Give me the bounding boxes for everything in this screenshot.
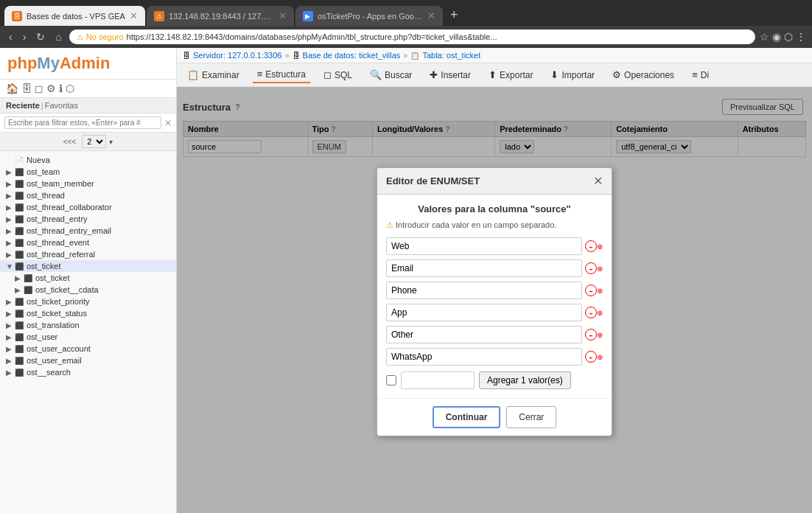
remove-phone-minus[interactable]: - — [585, 285, 597, 296]
insertar-icon: ✚ — [430, 69, 438, 80]
tree-ost-user-email[interactable]: ▶ ⬛ ost_user_email — [0, 355, 176, 366]
remove-web-circle[interactable]: ⊕ — [597, 242, 603, 251]
content-area: 🗄 Servidor: 127.0.0.1:3306 » 🗄 Base de d… — [177, 48, 812, 513]
remove-other-circle[interactable]: ⊕ — [597, 331, 603, 339]
bookmark-button[interactable]: ☆ — [760, 31, 769, 43]
tree-ost-thread-entry[interactable]: ▶ ⬛ ost_thread_entry — [0, 213, 176, 225]
add-checkbox[interactable] — [386, 375, 396, 385]
tree-ost-ticket-status[interactable]: ▶ ⬛ ost_ticket_status — [0, 307, 176, 319]
info-icon[interactable]: ℹ — [59, 83, 63, 94]
tab3-close[interactable]: ✕ — [427, 10, 435, 21]
importar-icon: ⬇ — [550, 69, 559, 80]
enum-row-phone: - ⊕ — [386, 282, 603, 299]
remove-other-minus[interactable]: - — [585, 329, 597, 341]
enum-input-phone[interactable] — [386, 282, 582, 299]
url-box: ⚠ No seguro https://132.148.82.19:8443/d… — [69, 29, 755, 44]
toolbar-operaciones[interactable]: ⚙ Operaciones — [608, 67, 679, 83]
tree-ost-ticket-sub1[interactable]: ▶ ⬛ ost_ticket — [0, 272, 176, 284]
toolbar-sql[interactable]: ◻ SQL — [319, 67, 357, 83]
menu-button[interactable]: ⋮ — [796, 31, 806, 43]
tree-ost-thread-event[interactable]: ▶ ⬛ ost_thread_event — [0, 237, 176, 248]
enum-input-web[interactable] — [386, 237, 582, 255]
toolbar-di[interactable]: ≡ Di — [687, 67, 713, 83]
add-values-button[interactable]: Agregar 1 valor(es) — [479, 371, 571, 389]
home-icon[interactable]: 🏠 — [6, 83, 18, 94]
tree-ost-thread-entry-email[interactable]: ▶ ⬛ ost_thread_entry_email — [0, 225, 176, 237]
home-button[interactable]: ⌂ — [52, 29, 64, 44]
extension-button[interactable]: ⬡ — [784, 31, 793, 43]
continue-button[interactable]: Continuar — [433, 406, 501, 428]
toolbar-insertar[interactable]: ✚ Insertar — [425, 67, 475, 83]
url-text[interactable]: https://132.148.82.19:8443/domains/datab… — [127, 32, 748, 41]
tree-nueva[interactable]: 📄 Nueva — [0, 154, 176, 166]
filter-clear[interactable]: ✕ — [164, 118, 172, 128]
enum-input-email[interactable] — [386, 259, 582, 277]
toolbar-insertar-label: Insertar — [441, 70, 471, 80]
remove-phone-circle[interactable]: ⊕ — [597, 287, 603, 295]
pma-logo: phpMyAdmin — [0, 48, 176, 80]
remove-web-minus[interactable]: - — [585, 240, 597, 252]
remove-app-btn: - ⊕ — [585, 307, 603, 318]
sidebar: phpMyAdmin 🏠 🗄 ◻ ⚙ ℹ ⬡ Reciente | Favori… — [0, 48, 177, 513]
page-next[interactable]: ▾ — [109, 138, 113, 146]
tree-ost-ticket-priority[interactable]: ▶ ⬛ ost_ticket_priority — [0, 296, 176, 307]
tree-ost-team[interactable]: ▶ ⬛ ost_team — [0, 166, 176, 178]
breadcrumb-table[interactable]: Tabla: ost_ticket — [422, 51, 480, 60]
toolbar-exportar[interactable]: ⬆ Exportar — [484, 67, 537, 83]
toolbar-sql-label: SQL — [335, 70, 352, 80]
exit-icon[interactable]: ⬡ — [66, 83, 74, 94]
breadcrumb-server[interactable]: Servidor: 127.0.0.1:3306 — [193, 51, 281, 60]
tree-ost-thread-referral[interactable]: ▶ ⬛ ost_thread_referral — [0, 248, 176, 260]
remove-email-minus[interactable]: - — [585, 262, 597, 274]
sql-icon[interactable]: ◻ — [35, 83, 43, 94]
db-filter-input[interactable] — [4, 116, 161, 129]
remove-whatsapp-minus[interactable]: - — [585, 351, 597, 363]
settings-icon[interactable]: ⚙ — [46, 83, 56, 94]
tree-ost-user[interactable]: ▶ ⬛ ost_user — [0, 331, 176, 343]
reload-button[interactable]: ↻ — [33, 29, 48, 44]
page-prev[interactable]: <<< — [63, 138, 77, 146]
toolbar-examinar[interactable]: 📋 Examinar — [183, 67, 244, 83]
add-value-input[interactable] — [401, 371, 475, 389]
tab-bar: 🗄 Bases de datos - VPS GEA ✕ ⚠ 132.148.8… — [0, 0, 812, 26]
page-select[interactable]: 2 — [82, 135, 106, 148]
toolbar-importar[interactable]: ⬇ Importar — [546, 67, 599, 83]
tab-2[interactable]: ⚠ 132.148.82.19:8443 / 127.0.0.1 / ... ✕ — [147, 6, 294, 26]
toolbar-estructura[interactable]: ≡ Estructura — [253, 66, 310, 83]
modal-close-button[interactable]: ✕ — [593, 174, 603, 188]
remove-app-circle[interactable]: ⊕ — [597, 309, 603, 317]
enum-input-app[interactable] — [386, 304, 582, 321]
tab-3[interactable]: ▶ osTicketPro - Apps en Google Pl... ✕ — [295, 6, 443, 26]
db-icon[interactable]: 🗄 — [21, 83, 32, 94]
tree-ost-thread[interactable]: ▶ ⬛ ost_thread — [0, 189, 176, 201]
tree-ost-thread-collaborator[interactable]: ▶ ⬛ ost_thread_collaborator — [0, 201, 176, 213]
nav-favoritas[interactable]: Favoritas — [45, 101, 78, 110]
breadcrumb-database[interactable]: Base de datos: ticket_villas — [303, 51, 401, 60]
tree-ost-ticket[interactable]: ▼ ⬛ ost_ticket — [0, 260, 176, 272]
remove-email-circle[interactable]: ⊕ — [597, 265, 603, 273]
tree-ost-user-account[interactable]: ▶ ⬛ ost_user_account — [0, 343, 176, 355]
toolbar-examinar-label: Examinar — [202, 70, 239, 80]
profile-button[interactable]: ◉ — [772, 31, 781, 43]
tab-1[interactable]: 🗄 Bases de datos - VPS GEA ✕ — [4, 6, 145, 26]
forward-button[interactable]: › — [20, 29, 29, 44]
tab1-favicon: 🗄 — [12, 11, 22, 21]
enum-input-other[interactable] — [386, 326, 582, 343]
tree-ost-translation[interactable]: ▶ ⬛ ost_translation — [0, 319, 176, 331]
enum-input-whatsapp[interactable] — [386, 348, 582, 366]
toolbar-buscar[interactable]: 🔍 Buscar — [365, 67, 416, 83]
remove-app-minus[interactable]: - — [585, 307, 597, 318]
close-button[interactable]: Cerrar — [506, 406, 556, 428]
modal-section-title: Valores para la columna "source" — [386, 203, 603, 214]
sidebar-tree: 📄 Nueva ▶ ⬛ ost_team ▶ ⬛ ost_team_member… — [0, 151, 176, 381]
tab1-close[interactable]: ✕ — [130, 10, 138, 21]
back-button[interactable]: ‹ — [6, 29, 15, 44]
tree-ost-ticket-cdata[interactable]: ▶ ⬛ ost_ticket__cdata — [0, 284, 176, 296]
tree-ost-search[interactable]: ▶ ⬛ ost__search — [0, 366, 176, 378]
new-tab-button[interactable]: + — [444, 4, 464, 26]
exportar-icon: ⬆ — [489, 69, 497, 80]
tab2-close[interactable]: ✕ — [279, 10, 287, 21]
nav-reciente[interactable]: Reciente — [6, 101, 40, 110]
tree-ost-team-member[interactable]: ▶ ⬛ ost_team_member — [0, 178, 176, 189]
remove-whatsapp-circle[interactable]: ⊕ — [597, 353, 603, 361]
